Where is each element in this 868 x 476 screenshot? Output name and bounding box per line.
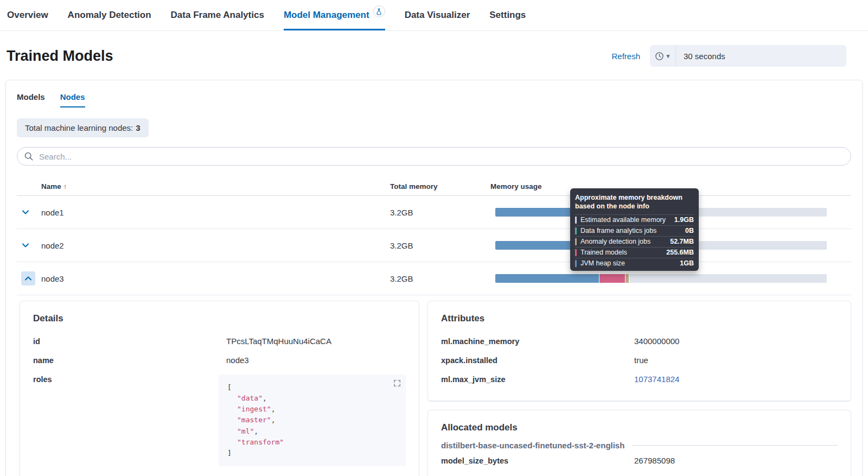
code-punct: ,: [271, 405, 276, 413]
attributes-card-title: Attributes: [441, 313, 838, 324]
bar-segment-jvm: [495, 274, 599, 283]
allocated-model-row: model_size_bytes 267985098: [441, 451, 838, 470]
nav-tab-data-frame-analytics[interactable]: Data Frame Analytics: [171, 0, 264, 30]
attribute-value: 1073741824: [634, 375, 679, 384]
nav-tab-data-visualizer[interactable]: Data Visualizer: [405, 0, 470, 30]
column-header-total-memory: Total memory: [390, 182, 490, 191]
total-nodes-badge: Total machine learning nodes: 3: [17, 118, 149, 137]
tab-nodes[interactable]: Nodes: [60, 92, 85, 107]
detail-label: name: [33, 356, 226, 365]
collapse-row-button[interactable]: [21, 271, 35, 285]
detail-row-name: name node3: [33, 351, 406, 370]
tooltip-label: Data frame analytics jobs: [580, 227, 685, 234]
search-input[interactable]: [17, 147, 851, 166]
tooltip-value: 1.9GB: [674, 216, 694, 224]
refresh-interval-quick-select[interactable]: ▼: [650, 45, 676, 67]
header-controls: Refresh ▼ 30 seconds: [611, 45, 846, 67]
detail-row-roles: roles [ "data", "ingest", "master", "ml"…: [33, 370, 406, 471]
attribute-label: ml.max_jvm_size: [441, 375, 634, 384]
code-string: "ingest": [237, 405, 271, 413]
nodes-table: Name↑ Total memory Memory usage node1 3.…: [17, 177, 851, 295]
divider: [632, 445, 838, 446]
attribute-row: ml.max_jvm_size 1073741824: [441, 370, 838, 389]
top-navigation: Overview Anomaly Detection Data Frame An…: [0, 0, 868, 31]
color-marker-jvm: [575, 260, 577, 267]
code-string: "ml": [237, 427, 254, 435]
fullscreen-expand-icon[interactable]: [393, 379, 401, 390]
chevron-up-icon: [24, 274, 33, 283]
tab-models[interactable]: Models: [17, 92, 45, 107]
code-close-bracket: ]: [227, 448, 397, 459]
tooltip-row: Estimated available memory 1.9GB: [575, 214, 694, 225]
right-column: Attributes ml.machine_memory 3400000000 …: [427, 301, 851, 476]
nav-tab-overview[interactable]: Overview: [7, 0, 48, 30]
color-marker-trained-models: [575, 249, 577, 256]
column-header-name[interactable]: Name↑: [41, 182, 390, 191]
details-card-title: Details: [33, 313, 406, 324]
code-punct: ,: [271, 416, 276, 424]
tooltip-label: Trained models: [580, 249, 666, 256]
attribute-value: 3400000000: [634, 337, 679, 346]
refresh-interval-value[interactable]: 30 seconds: [676, 52, 725, 61]
table-row[interactable]: node1 3.2GB: [17, 196, 851, 229]
code-string: "data": [237, 394, 263, 402]
total-nodes-value: 3: [136, 123, 140, 132]
bar-segment-anomaly: [626, 274, 630, 283]
nav-tab-model-management[interactable]: Model Management: [284, 0, 385, 30]
tooltip-label: Estimated available memory: [580, 216, 674, 224]
table-row[interactable]: node3 3.2GB: [17, 262, 851, 295]
nav-tab-settings[interactable]: Settings: [489, 0, 526, 30]
details-card: Details id TPcsLTaqTMqHuuNu4iCaCA name n…: [20, 301, 419, 476]
detail-value: TPcsLTaqTMqHuuNu4iCaCA: [226, 337, 331, 346]
tooltip-row: Data frame analytics jobs 0B: [575, 225, 694, 236]
detail-label: id: [33, 337, 226, 346]
allocated-models-card: Allocated models distilbert-base-uncased…: [427, 410, 851, 476]
nav-tab-anomaly-detection[interactable]: Anomaly Detection: [68, 0, 151, 30]
tooltip-title: Approximate memory breakdown based on th…: [575, 193, 694, 214]
roles-code-block: [ "data", "ingest", "master", "ml", "tra…: [219, 375, 406, 466]
allocated-model-label: model_size_bytes: [441, 456, 634, 465]
refresh-button[interactable]: Refresh: [611, 52, 640, 61]
table-row[interactable]: node2 3.2GB: [17, 229, 851, 262]
attribute-row: xpack.installed true: [441, 351, 838, 370]
node-total-memory: 3.2GB: [390, 241, 490, 250]
node-name: node1: [41, 208, 390, 217]
attribute-row: ml.machine_memory 3400000000: [441, 332, 838, 351]
tooltip-row: Trained models 255.6MB: [575, 247, 694, 258]
detail-row-id: id TPcsLTaqTMqHuuNu4iCaCA: [33, 332, 406, 351]
trained-models-panel: Models Nodes Total machine learning node…: [5, 80, 863, 476]
total-nodes-label: Total machine learning nodes:: [25, 123, 133, 132]
detail-value: node3: [226, 356, 249, 365]
chevron-down-icon: [21, 241, 30, 250]
tooltip-row: Anomaly detection jobs 52.7MB: [575, 236, 694, 247]
sort-ascending-icon: ↑: [63, 182, 67, 191]
clock-icon: [655, 52, 664, 61]
node-name: node2: [41, 241, 390, 250]
allocated-model-value: 267985098: [634, 456, 675, 465]
bar-segment-trained-models: [599, 274, 625, 283]
search-icon: [24, 151, 34, 163]
expand-row-button[interactable]: [21, 241, 41, 250]
refresh-interval-control[interactable]: ▼ 30 seconds: [650, 45, 846, 67]
tooltip-value: 0B: [685, 227, 694, 234]
column-header-name-label: Name: [41, 182, 61, 191]
table-header-row: Name↑ Total memory Memory usage: [17, 177, 851, 196]
memory-usage-bar[interactable]: [495, 274, 827, 283]
expand-row-button[interactable]: [21, 208, 41, 217]
model-name-row: distilbert-base-uncased-finetuned-sst-2-…: [441, 441, 838, 450]
tooltip-label: Anomaly detection jobs: [580, 238, 670, 245]
allocated-models-card-title: Allocated models: [441, 422, 838, 433]
code-punct: ,: [263, 394, 267, 402]
code-string: "transform": [237, 438, 284, 446]
nav-tab-model-management-label: Model Management: [284, 10, 369, 21]
detail-row-ip: ip 10.142.0.2:9353: [33, 471, 406, 476]
detail-label: roles: [33, 375, 219, 384]
page-title: Trained Models: [7, 48, 113, 65]
node-name: node3: [41, 274, 390, 283]
chevron-down-icon: ▼: [666, 53, 671, 59]
allocated-model-row: inference_threads 1: [441, 470, 838, 476]
attribute-value: true: [634, 356, 648, 365]
color-marker-available: [575, 217, 577, 224]
panel-tabs: Models Nodes: [17, 92, 851, 107]
color-marker-anomaly: [575, 238, 577, 245]
